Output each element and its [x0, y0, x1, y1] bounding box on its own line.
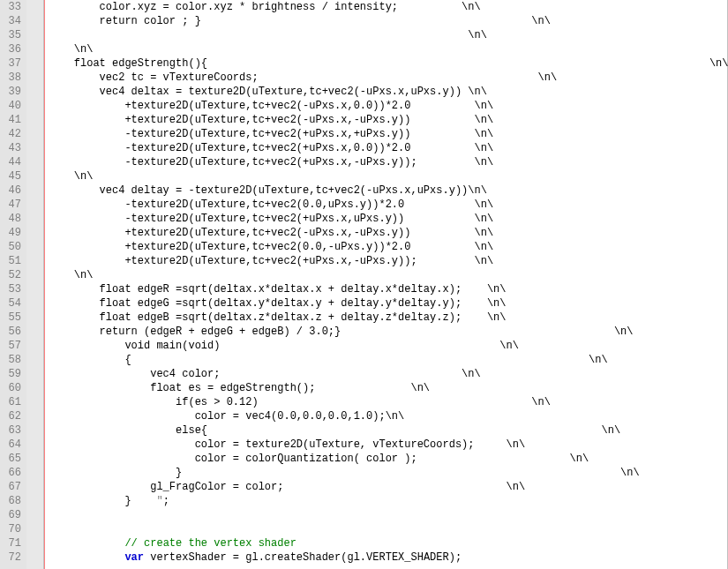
line-number: 54	[4, 296, 21, 311]
line-number: 43	[4, 141, 21, 155]
code-line[interactable]: -texture2D(uTexture,tc+vec2(+uPxs.x,0.0)…	[49, 141, 727, 155]
line-number: 52	[4, 268, 21, 282]
line-number: 51	[4, 254, 21, 268]
code-line[interactable]: +texture2D(uTexture,tc+vec2(-uPxs.x,0.0)…	[49, 99, 727, 113]
line-number: 66	[4, 466, 21, 480]
code-line[interactable]: float es = edgeStrength(); \n\	[49, 381, 727, 395]
code-editor: 3334353637383940414243444546474849505152…	[0, 0, 728, 569]
line-number: 56	[4, 325, 21, 339]
code-line[interactable]: vec2 tc = vTextureCoords; \n\	[49, 71, 727, 85]
line-number: 58	[4, 353, 21, 367]
code-line[interactable]: \n\	[49, 42, 727, 56]
line-number: 71	[4, 536, 21, 550]
line-number: 65	[4, 452, 21, 466]
code-line[interactable]: vec4 deltay = -texture2D(uTexture,tc+vec…	[49, 183, 727, 198]
line-number: 48	[4, 212, 21, 226]
code-line[interactable]: { \n\	[49, 353, 727, 367]
code-line[interactable]: } ";	[49, 494, 727, 508]
code-area[interactable]: color.xyz = color.xyz * brightness / int…	[44, 0, 728, 569]
code-line[interactable]: float edgeR =sqrt(deltax.x*deltax.x + de…	[49, 282, 727, 296]
code-line[interactable]: +texture2D(uTexture,tc+vec2(0.0,-uPxs.y)…	[49, 240, 727, 254]
code-line[interactable]: gl_FragColor = color; \n\	[49, 480, 727, 494]
code-line[interactable]: color = colorQuantization( color ); \n\	[49, 452, 727, 466]
code-line[interactable]: -texture2D(uTexture,tc+vec2(0.0,uPxs.y))…	[49, 198, 727, 212]
line-number: 50	[4, 240, 21, 254]
code-line[interactable]: // create the vertex shader	[49, 536, 727, 550]
line-number: 63	[4, 423, 21, 438]
line-number: 62	[4, 409, 21, 423]
line-number: 70	[4, 522, 21, 536]
code-line[interactable]: void main(void) \n\	[49, 339, 727, 353]
code-line[interactable]	[49, 508, 727, 522]
line-number: 68	[4, 494, 21, 508]
code-line[interactable]: +texture2D(uTexture,tc+vec2(-uPxs.x,-uPx…	[49, 113, 727, 127]
code-line[interactable]: color = vec4(0.0,0.0,0.0,1.0);\n\	[49, 409, 727, 423]
line-number-gutter: 3334353637383940414243444546474849505152…	[0, 0, 26, 569]
code-line[interactable]: return color ; } \n\	[49, 14, 727, 28]
code-content[interactable]: color.xyz = color.xyz * brightness / int…	[45, 0, 728, 569]
code-line[interactable]: \n\	[49, 169, 727, 183]
line-number: 61	[4, 395, 21, 409]
code-line[interactable]: -texture2D(uTexture,tc+vec2(+uPxs.x,+uPx…	[49, 127, 727, 141]
line-number: 45	[4, 169, 21, 183]
line-number: 34	[4, 14, 21, 28]
line-number: 42	[4, 127, 21, 141]
line-number: 53	[4, 282, 21, 296]
line-number: 33	[4, 0, 21, 14]
line-number: 39	[4, 85, 21, 99]
code-line[interactable]: } \n\	[49, 466, 727, 480]
code-line[interactable]: return (edgeR + edgeG + edgeB) / 3.0;} \…	[49, 325, 727, 339]
line-number: 41	[4, 113, 21, 127]
code-line[interactable]: vec4 deltax = texture2D(uTexture,tc+vec2…	[49, 85, 727, 99]
code-line[interactable]: vec4 color; \n\	[49, 367, 727, 381]
line-number: 69	[4, 508, 21, 522]
line-number: 40	[4, 99, 21, 113]
code-line[interactable]: \n\	[49, 28, 727, 42]
code-line[interactable]: float edgeStrength(){ \n\	[49, 56, 727, 71]
code-line[interactable]: -texture2D(uTexture,tc+vec2(+uPxs.x,-uPx…	[49, 155, 727, 169]
code-line[interactable]: float edgeG =sqrt(deltax.y*deltax.y + de…	[49, 296, 727, 311]
line-number: 46	[4, 183, 21, 198]
line-number: 36	[4, 42, 21, 56]
line-number: 47	[4, 198, 21, 212]
fold-margin[interactable]	[26, 0, 44, 569]
line-number: 59	[4, 367, 21, 381]
line-number: 72	[4, 550, 21, 565]
line-number: 49	[4, 226, 21, 240]
code-line[interactable]: color.xyz = color.xyz * brightness / int…	[49, 0, 727, 14]
line-number: 64	[4, 438, 21, 452]
code-line[interactable]: if(es > 0.12) \n\	[49, 395, 727, 409]
code-line[interactable]: color = texture2D(uTexture, vTextureCoor…	[49, 438, 727, 452]
line-number: 44	[4, 155, 21, 169]
line-number: 60	[4, 381, 21, 395]
code-line[interactable]: float edgeB =sqrt(deltax.z*deltax.z + de…	[49, 311, 727, 325]
line-number: 37	[4, 56, 21, 71]
code-line[interactable]: +texture2D(uTexture,tc+vec2(+uPxs.x,-uPx…	[49, 254, 727, 268]
code-line[interactable]: \n\	[49, 268, 727, 282]
code-line[interactable]	[49, 522, 727, 536]
line-number: 55	[4, 311, 21, 325]
line-number: 67	[4, 480, 21, 494]
line-number: 38	[4, 71, 21, 85]
code-line[interactable]: -texture2D(uTexture,tc+vec2(+uPxs.x,uPxs…	[49, 212, 727, 226]
code-line[interactable]: +texture2D(uTexture,tc+vec2(-uPxs.x,-uPx…	[49, 226, 727, 240]
line-number: 57	[4, 339, 21, 353]
code-line[interactable]: var vertexShader = gl.createShader(gl.VE…	[49, 550, 727, 565]
code-line[interactable]: else{ \n\	[49, 423, 727, 438]
line-number: 35	[4, 28, 21, 42]
